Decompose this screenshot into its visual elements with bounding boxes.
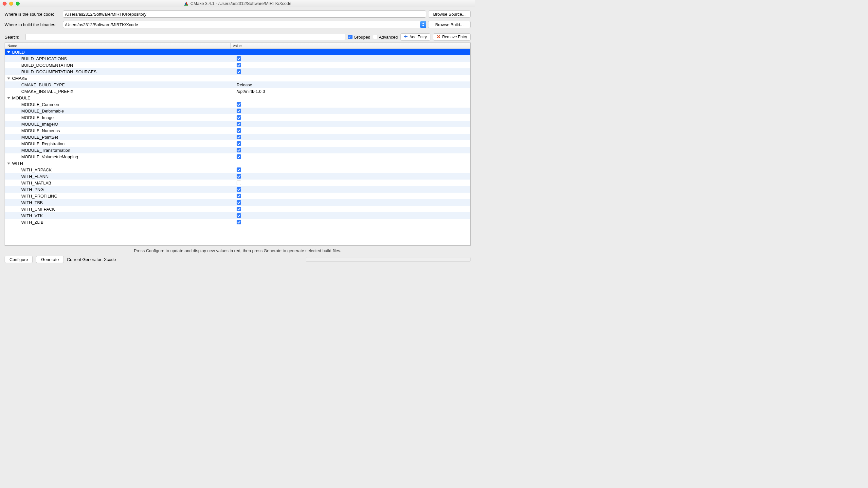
grouped-label: Grouped	[354, 35, 371, 40]
group-row-build[interactable]: BUILD	[5, 49, 470, 55]
column-value-header[interactable]: Value	[231, 43, 470, 48]
svg-marker-12	[7, 163, 10, 165]
cache-row-with_arpack[interactable]: WITH_ARPACK	[5, 166, 470, 173]
value-checkbox[interactable]	[237, 207, 241, 211]
build-label: Where to build the binaries:	[5, 22, 61, 27]
value-checkbox[interactable]	[237, 115, 241, 120]
value-checkbox[interactable]	[237, 102, 241, 107]
value-checkbox[interactable]	[237, 148, 241, 153]
source-path-input[interactable]	[63, 10, 426, 18]
cache-row-with_umfpack[interactable]: WITH_UMFPACK	[5, 206, 470, 212]
value-text[interactable]: Release	[237, 83, 252, 87]
plus-icon	[404, 35, 408, 40]
cache-row-module_registration[interactable]: MODULE_Registration	[5, 140, 470, 147]
cache-row-module_image[interactable]: MODULE_Image	[5, 114, 470, 121]
cache-row-build_documentation_sources[interactable]: BUILD_DOCUMENTATION_SOURCES	[5, 68, 470, 75]
value-checkbox[interactable]	[237, 213, 241, 218]
cache-tree[interactable]: Name Value BUILDBUILD_APPLICATIONSBUILD_…	[5, 42, 471, 246]
value-checkbox[interactable]	[237, 200, 241, 205]
group-row-with[interactable]: WITH	[5, 160, 470, 166]
cache-row-module_volumetricmapping[interactable]: MODULE_VolumetricMapping	[5, 153, 470, 160]
search-input[interactable]	[26, 34, 345, 40]
disclosure-triangle-icon[interactable]	[7, 76, 10, 80]
value-checkbox[interactable]	[237, 154, 241, 159]
close-window-button[interactable]	[3, 2, 6, 6]
svg-marker-1	[184, 1, 186, 5]
entry-name: MODULE_Common	[21, 102, 59, 107]
remove-entry-button[interactable]: Remove Entry	[433, 33, 471, 40]
entry-name: WITH_PNG	[21, 187, 44, 192]
value-checkbox[interactable]	[237, 167, 241, 172]
svg-marker-11	[7, 97, 10, 99]
entry-name: WITH_ARPACK	[21, 167, 52, 172]
column-name-header[interactable]: Name	[5, 43, 231, 48]
cache-row-with_profiling[interactable]: WITH_PROFILING	[5, 193, 470, 199]
cache-row-with_png[interactable]: WITH_PNG	[5, 186, 470, 193]
value-checkbox[interactable]	[237, 63, 241, 67]
browse-source-button[interactable]: Browse Source...	[428, 10, 471, 18]
build-path-input[interactable]	[63, 21, 421, 28]
value-checkbox[interactable]	[237, 220, 241, 224]
cache-row-module_deformable[interactable]: MODULE_Deformable	[5, 108, 470, 114]
entry-name: WITH_FLANN	[21, 174, 49, 179]
zoom-window-button[interactable]	[16, 2, 20, 6]
value-text[interactable]: /opt/mirtk-1.0.0	[237, 89, 265, 94]
cache-row-cmake_install_prefix[interactable]: CMAKE_INSTALL_PREFIX/opt/mirtk-1.0.0	[5, 88, 470, 95]
svg-marker-2	[186, 1, 188, 5]
grouped-checkbox[interactable]: Grouped	[348, 35, 371, 40]
group-label: MODULE	[11, 96, 30, 100]
cache-row-module_common[interactable]: MODULE_Common	[5, 101, 470, 108]
value-checkbox[interactable]	[237, 181, 241, 185]
configure-button[interactable]: Configure	[5, 256, 33, 263]
cache-row-module_numerics[interactable]: MODULE_Numerics	[5, 127, 470, 134]
advanced-checkbox[interactable]: Advanced	[373, 35, 398, 40]
disclosure-triangle-icon[interactable]	[7, 96, 10, 99]
value-checkbox[interactable]	[237, 69, 241, 74]
current-generator-label: Current Generator: Xcode	[67, 257, 116, 262]
group-label: WITH	[11, 161, 23, 166]
entry-name: CMAKE_INSTALL_PREFIX	[21, 89, 73, 94]
cache-row-with_flann[interactable]: WITH_FLANN	[5, 173, 470, 180]
window-title: CMake 3.4.1 - /Users/as2312/Software/MIR…	[190, 1, 291, 6]
minimize-window-button[interactable]	[9, 2, 13, 6]
disclosure-triangle-icon[interactable]	[7, 51, 10, 54]
value-checkbox[interactable]	[237, 122, 241, 126]
value-checkbox[interactable]	[237, 135, 241, 139]
search-label: Search:	[5, 35, 23, 40]
browse-build-button[interactable]: Browse Build...	[428, 21, 471, 28]
remove-icon	[437, 35, 440, 40]
group-label: BUILD	[11, 50, 25, 55]
svg-marker-4	[422, 25, 424, 27]
entry-name: MODULE_VolumetricMapping	[21, 154, 78, 159]
svg-marker-0	[184, 1, 188, 5]
hint-text: Press Configure to update and display ne…	[5, 248, 471, 253]
value-checkbox[interactable]	[237, 174, 241, 178]
value-checkbox[interactable]	[237, 128, 241, 133]
cache-row-module_imageio[interactable]: MODULE_ImageIO	[5, 121, 470, 127]
group-label: CMAKE	[11, 76, 27, 81]
entry-name: MODULE_Numerics	[21, 128, 60, 133]
cache-row-build_documentation[interactable]: BUILD_DOCUMENTATION	[5, 62, 470, 68]
value-checkbox[interactable]	[237, 194, 241, 198]
svg-marker-3	[422, 23, 424, 24]
group-row-module[interactable]: MODULE	[5, 95, 470, 101]
cache-row-cmake_build_type[interactable]: CMAKE_BUILD_TYPERelease	[5, 82, 470, 88]
value-checkbox[interactable]	[237, 141, 241, 146]
build-path-dropdown-button[interactable]	[420, 21, 426, 28]
cache-row-module_transformation[interactable]: MODULE_Transformation	[5, 147, 470, 153]
svg-marker-9	[7, 51, 10, 53]
value-checkbox[interactable]	[237, 56, 241, 61]
cache-row-module_pointset[interactable]: MODULE_PointSet	[5, 134, 470, 140]
entry-name: WITH_ZLIB	[21, 220, 43, 225]
cache-row-with_tbb[interactable]: WITH_TBB	[5, 199, 470, 206]
cache-row-with_vtk[interactable]: WITH_VTK	[5, 212, 470, 219]
generate-button[interactable]: Generate	[36, 256, 63, 263]
add-entry-button[interactable]: Add Entry	[400, 33, 430, 40]
cache-row-build_applications[interactable]: BUILD_APPLICATIONS	[5, 55, 470, 62]
cache-row-with_matlab[interactable]: WITH_MATLAB	[5, 180, 470, 186]
value-checkbox[interactable]	[237, 108, 241, 113]
value-checkbox[interactable]	[237, 187, 241, 192]
disclosure-triangle-icon[interactable]	[7, 162, 10, 165]
cache-row-with_zlib[interactable]: WITH_ZLIB	[5, 219, 470, 225]
group-row-cmake[interactable]: CMAKE	[5, 75, 470, 82]
